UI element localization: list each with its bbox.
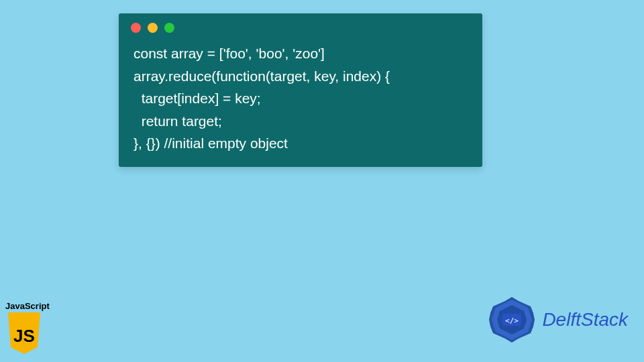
svg-text:</>: </> [505, 316, 519, 325]
delftstack-brand: </> DelftStack [486, 294, 628, 346]
javascript-label: JavaScript [5, 301, 50, 311]
svg-text:JS: JS [13, 326, 35, 346]
delftstack-logo-icon: </> [486, 294, 538, 346]
minimize-icon [148, 23, 158, 33]
close-icon [131, 23, 141, 33]
javascript-shield-icon: JS [5, 312, 43, 354]
window-controls [131, 23, 470, 33]
code-window: const array = ['foo', 'boo', 'zoo'] arra… [119, 13, 482, 167]
brand-name: DelftStack [542, 309, 628, 330]
code-block: const array = ['foo', 'boo', 'zoo'] arra… [131, 42, 470, 155]
maximize-icon [164, 23, 174, 33]
javascript-badge: JavaScript JS [5, 301, 50, 354]
